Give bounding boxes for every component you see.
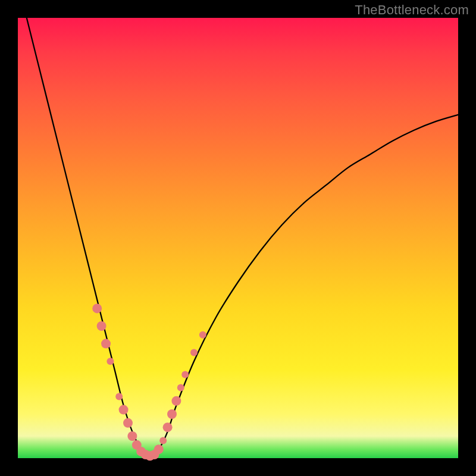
data-marker: [123, 418, 133, 428]
chart-frame: TheBottleneck.com: [0, 0, 476, 476]
data-marker: [107, 358, 114, 365]
data-marker: [163, 422, 173, 432]
chart-overlay: [18, 18, 458, 458]
data-marker: [190, 349, 198, 356]
marker-group: [92, 303, 206, 461]
data-marker: [119, 405, 129, 415]
watermark-label: TheBottleneck.com: [355, 2, 469, 18]
data-marker: [199, 331, 206, 339]
bottleneck-curve: [27, 18, 458, 458]
data-marker: [181, 371, 189, 378]
plot-area: [18, 18, 458, 458]
data-marker: [154, 444, 164, 454]
data-marker: [115, 393, 123, 400]
data-marker: [97, 321, 107, 331]
data-marker: [127, 431, 137, 441]
data-marker: [92, 303, 102, 313]
data-marker: [177, 384, 184, 392]
data-marker: [167, 409, 177, 419]
data-marker: [101, 339, 111, 349]
data-marker: [159, 437, 167, 444]
data-marker: [171, 396, 181, 406]
